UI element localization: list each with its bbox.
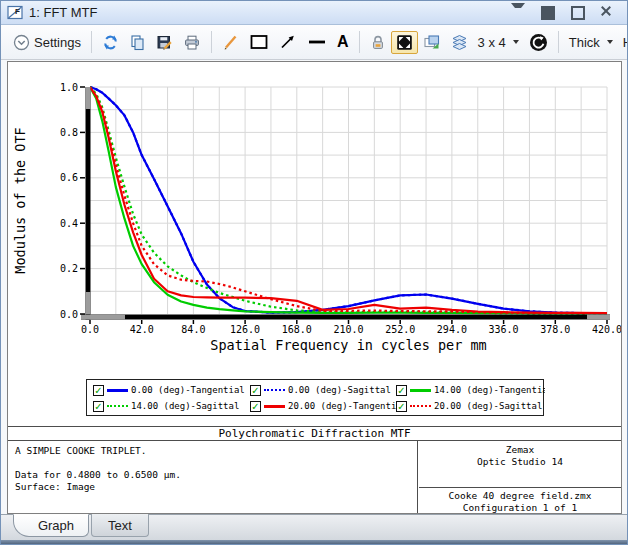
chevron-down-icon <box>513 40 519 44</box>
refresh-button[interactable] <box>97 31 124 54</box>
legend-label: 0.00 (deg)-Sagittal <box>288 385 391 395</box>
tab-text-label: Text <box>108 518 132 533</box>
legend-checkbox[interactable]: ✓ <box>250 401 261 412</box>
legend-checkbox[interactable]: ✓ <box>93 385 104 396</box>
legend-item[interactable]: ✓0.00 (deg)-Tangential <box>93 383 250 397</box>
chevron-down-icon <box>607 40 613 44</box>
line-icon <box>307 33 327 51</box>
legend-line-sample <box>410 389 431 392</box>
lock-icon <box>370 34 386 51</box>
copy-icon <box>129 34 146 51</box>
text-annotation-button[interactable]: A <box>332 31 354 53</box>
settings-button[interactable]: Settings <box>8 31 86 54</box>
tab-graph-label: Graph <box>38 518 74 533</box>
legend-label: 20.00 (deg)-Sagittal <box>434 401 542 411</box>
legend-line-sample <box>107 389 128 392</box>
product-version-text: Optic Studio 14 <box>419 456 621 468</box>
x-tick-label: 168.0 <box>282 324 312 335</box>
rectangle-annotation-button[interactable] <box>244 30 274 54</box>
x-tick-label: 252.0 <box>385 324 415 335</box>
y-tick-label: 0.2 <box>60 263 78 274</box>
legend-item[interactable]: ✓0.00 (deg)-Sagittal <box>250 383 396 397</box>
grid-layout-dropdown[interactable]: 3 x 4 <box>473 32 524 53</box>
legend-checkbox[interactable]: ✓ <box>396 401 407 412</box>
grid-layout-label: 3 x 4 <box>478 35 506 50</box>
x-tick-label: 42.0 <box>130 324 154 335</box>
maximize-icon[interactable] <box>571 6 585 20</box>
pencil-annotation-button[interactable] <box>217 31 244 54</box>
info-table: A SIMPLE COOKE TRIPLET. Data for 0.4800 … <box>8 440 621 513</box>
copy-window-button[interactable] <box>418 31 446 54</box>
line-annotation-button[interactable] <box>302 30 332 54</box>
minimize-icon[interactable] <box>541 6 555 20</box>
surface-text: Surface: Image <box>15 481 410 493</box>
y-axis-handle-top[interactable] <box>86 87 91 109</box>
title-bar: F 1: FFT MTF <box>1 1 627 25</box>
window-bottom-edge <box>1 540 628 545</box>
print-button[interactable] <box>178 31 206 54</box>
separator <box>558 31 559 53</box>
y-tick-label: 1.0 <box>60 82 78 93</box>
legend-item[interactable]: ✓20.00 (deg)-Tangential <box>250 399 396 413</box>
fit-frame-button[interactable] <box>391 31 418 54</box>
fft-mtf-window-icon: F <box>7 4 24 21</box>
lock-window-button[interactable] <box>365 31 391 54</box>
product-name-text: Zemax <box>419 444 621 456</box>
fft-mtf-window: F 1: FFT MTF Settings <box>0 0 628 545</box>
separator <box>91 31 92 53</box>
legend-label: 14.00 (deg)-Tangential <box>434 385 545 395</box>
legend-checkbox[interactable]: ✓ <box>250 385 261 396</box>
legend-label: 0.00 (deg)-Tangential <box>131 385 245 395</box>
layers-button[interactable] <box>446 31 473 54</box>
separator <box>211 31 212 53</box>
arrow-annotation-button[interactable] <box>274 30 302 54</box>
y-tick-label: 0.8 <box>60 127 78 138</box>
product-cell: Zemax Optic Studio 14 <box>419 440 621 488</box>
mtf-chart: 0.042.084.0126.0168.0210.0252.0294.0336.… <box>8 62 621 362</box>
legend-label: 20.00 (deg)-Tangential <box>288 401 396 411</box>
legend-checkbox[interactable]: ✓ <box>93 401 104 412</box>
chart-title: Polychromatic Diffraction MTF <box>8 426 621 441</box>
y-axis-handle-bottom[interactable] <box>86 292 91 314</box>
x-tick-label: 420.0 <box>592 324 621 335</box>
file-cell: Cooke 40 degree field.zmx Configuration … <box>419 489 621 514</box>
x-tick-label: 210.0 <box>333 324 363 335</box>
legend-item[interactable]: ✓14.00 (deg)-Sagittal <box>93 399 250 413</box>
window-menu-caret-icon[interactable] <box>511 6 525 20</box>
svg-text:F: F <box>15 7 20 16</box>
legend: ✓0.00 (deg)-Tangential✓0.00 (deg)-Sagitt… <box>86 379 544 416</box>
legend-item[interactable]: ✓20.00 (deg)-Sagittal <box>396 399 545 413</box>
y-tick-label: 0.4 <box>60 218 78 229</box>
save-icon <box>156 34 173 51</box>
x-axis-handle-right[interactable] <box>587 315 610 320</box>
copy-window-icon <box>423 34 441 51</box>
legend-label: 14.00 (deg)-Sagittal <box>131 401 239 411</box>
legend-item[interactable]: ✓14.00 (deg)-Tangential <box>396 383 545 397</box>
reset-button[interactable] <box>524 30 553 55</box>
file-name-text: Cooke 40 degree field.zmx <box>419 490 621 502</box>
settings-label: Settings <box>34 35 81 50</box>
y-tick-label: 0.6 <box>60 172 78 183</box>
y-axis-title: Modulus of the OTF <box>12 127 28 273</box>
blank-line <box>15 457 410 469</box>
lens-notes-cell: A SIMPLE COOKE TRIPLET. Data for 0.4800 … <box>8 440 418 513</box>
x-axis-handle-left[interactable] <box>81 315 125 320</box>
x-tick-label: 84.0 <box>181 324 205 335</box>
x-tick-label: 126.0 <box>230 324 260 335</box>
copy-button[interactable] <box>124 31 151 54</box>
separator <box>359 31 360 53</box>
graph-panel: 0.042.084.0126.0168.0210.0252.0294.0336.… <box>7 61 622 514</box>
y-axis-bar <box>86 87 91 320</box>
close-icon[interactable] <box>601 6 615 20</box>
tab-graph[interactable]: Graph <box>13 514 89 537</box>
tab-text[interactable]: Text <box>91 514 149 537</box>
legend-checkbox[interactable]: ✓ <box>396 385 407 396</box>
save-button[interactable] <box>151 31 178 54</box>
rectangle-icon <box>249 33 269 51</box>
x-tick-label: 378.0 <box>540 324 570 335</box>
quality-label: High <box>623 35 628 50</box>
legend-line-sample <box>107 405 128 407</box>
text-icon: A <box>337 34 349 50</box>
thickness-dropdown[interactable]: Thick <box>564 32 618 53</box>
quality-dropdown[interactable]: High <box>618 32 628 53</box>
